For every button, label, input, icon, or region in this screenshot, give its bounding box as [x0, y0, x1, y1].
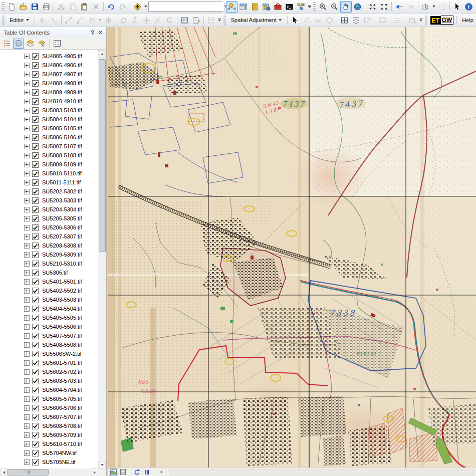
expand-toggle[interactable] — [24, 99, 30, 104]
identity-links-button[interactable] — [324, 15, 335, 26]
layer-name[interactable]: SU5606-5706.tif — [42, 405, 82, 411]
map-scale-combo[interactable] — [148, 2, 222, 12]
catalog-window-button[interactable] — [261, 1, 272, 13]
layer-name[interactable]: SU5407-5507.tif — [42, 333, 82, 339]
layer-visibility-checkbox[interactable] — [32, 279, 39, 285]
go-back-extent-button[interactable] — [393, 1, 405, 13]
select-features-button[interactable] — [420, 1, 431, 13]
expand-toggle[interactable] — [24, 414, 30, 420]
layer-name[interactable]: SU4805-4905.tif — [42, 53, 82, 59]
expand-toggle[interactable] — [24, 162, 30, 167]
layer-visibility-checkbox[interactable] — [32, 134, 39, 141]
move-tool-button[interactable] — [141, 15, 152, 26]
layer-name[interactable]: SU5607-5707.tif — [42, 414, 82, 420]
expand-toggle[interactable] — [24, 351, 30, 357]
expand-toggle[interactable] — [24, 216, 30, 221]
open-document-button[interactable] — [18, 1, 29, 13]
open-links-table-button[interactable]: + — [407, 15, 418, 26]
expand-toggle[interactable] — [24, 459, 30, 465]
layer-name[interactable]: SU5009-5109.tif — [42, 161, 82, 167]
expand-toggle[interactable] — [24, 198, 30, 203]
expand-toggle[interactable] — [24, 54, 30, 59]
layer-visibility-checkbox[interactable] — [32, 252, 39, 258]
help-menu-button[interactable]: Help — [458, 15, 476, 26]
layer-name[interactable]: SU5506SW-2.tif — [42, 351, 82, 357]
layer-name[interactable]: SU5011-5111.tif — [42, 179, 81, 185]
layer-name[interactable]: SU4810-4910.tif — [42, 98, 82, 104]
layer-visibility-checkbox[interactable] — [32, 170, 39, 177]
layer-name[interactable]: SU4809-4909.tif — [42, 89, 82, 95]
fixed-zoom-in-button[interactable] — [367, 1, 378, 13]
layer-visibility-checkbox[interactable] — [32, 324, 39, 330]
layer-visibility-checkbox[interactable] — [32, 315, 39, 321]
layer-visibility-checkbox[interactable] — [32, 98, 39, 105]
layer-visibility-checkbox[interactable] — [32, 306, 39, 312]
cut-polygons-button[interactable] — [152, 15, 164, 26]
layer-visibility-checkbox[interactable] — [32, 125, 39, 132]
layer-name[interactable]: SU5006-5106.tif — [42, 134, 82, 140]
expand-toggle[interactable] — [24, 207, 30, 212]
pause-drawing-button[interactable] — [142, 468, 151, 476]
go-forward-extent-button[interactable] — [405, 1, 416, 13]
expand-toggle[interactable] — [24, 342, 30, 348]
expand-toggle[interactable] — [24, 315, 30, 321]
layer-visibility-checkbox[interactable] — [32, 414, 39, 420]
identify-button[interactable] — [463, 1, 474, 13]
add-data-dropdown-caret[interactable] — [144, 6, 147, 8]
layer-name[interactable]: SU5203-5303.tif — [42, 197, 82, 203]
layer-visibility-checkbox[interactable] — [32, 342, 39, 348]
adjustment-preview-button[interactable] — [377, 15, 388, 26]
expand-toggle[interactable] — [24, 180, 30, 185]
edit-tool-button[interactable] — [37, 15, 48, 26]
layer-visibility-checkbox[interactable] — [32, 243, 39, 249]
cut-button[interactable] — [56, 1, 67, 13]
point-tool-button[interactable] — [103, 15, 114, 26]
redo-button[interactable] — [117, 1, 128, 13]
trace-tool-button[interactable] — [86, 15, 98, 26]
map-scroll-left-button[interactable] — [156, 468, 166, 476]
layer-name[interactable]: SU5601-5701.tif — [42, 360, 82, 366]
layer-name[interactable]: SU5202-5302.tif — [42, 188, 82, 194]
layer-visibility-checkbox[interactable] — [32, 450, 39, 456]
layer-name[interactable]: SU5609-5709.tif — [42, 432, 82, 438]
layer-name[interactable]: SU5010-5110.tif — [42, 170, 82, 176]
toolbar-grip[interactable] — [2, 2, 5, 11]
layer-visibility-checkbox[interactable] — [32, 53, 39, 60]
toolbar-options-overflow[interactable] — [307, 1, 312, 12]
expand-toggle[interactable] — [24, 450, 30, 456]
expand-toggle[interactable] — [24, 297, 30, 303]
expand-toggle[interactable] — [24, 108, 30, 113]
sa-delete-links-button[interactable] — [362, 15, 373, 26]
expand-toggle[interactable] — [24, 252, 30, 258]
layer-visibility-checkbox[interactable] — [32, 224, 39, 231]
attributes-button[interactable] — [179, 15, 190, 26]
layer-visibility-checkbox[interactable] — [32, 387, 39, 393]
layer-name[interactable]: SU5007-5107.tif — [42, 143, 82, 149]
layer-visibility-checkbox[interactable] — [32, 179, 39, 186]
layer-name[interactable]: SU5008-5108.tif — [42, 152, 82, 158]
straight-segment-tool-button[interactable] — [63, 15, 75, 26]
undo-button[interactable] — [105, 1, 117, 13]
layer-visibility-checkbox[interactable] — [32, 396, 39, 402]
sketch-properties-button[interactable] — [190, 15, 202, 26]
expand-toggle[interactable] — [24, 369, 30, 375]
layer-visibility-checkbox[interactable] — [32, 116, 39, 123]
select-elements-button[interactable] — [451, 1, 463, 13]
expand-toggle[interactable] — [24, 432, 30, 438]
layer-name[interactable]: SU5404-5504.tif — [42, 306, 82, 312]
copy-button[interactable] — [67, 1, 79, 13]
arctoolbox-button[interactable] — [272, 1, 284, 13]
layer-name[interactable]: SU5205-5305.tif — [42, 215, 82, 221]
list-by-drawing-order-button[interactable] — [2, 39, 13, 49]
layer-visibility-checkbox[interactable] — [32, 152, 39, 159]
expand-toggle[interactable] — [24, 117, 30, 122]
layer-name[interactable]: SU5204-5304.tif — [42, 206, 82, 212]
delete-button[interactable] — [90, 1, 102, 13]
horizontal-scroll-thumb[interactable] — [8, 469, 49, 475]
table-of-contents-button[interactable] — [237, 1, 249, 13]
layer-visibility-checkbox[interactable] — [32, 369, 39, 375]
layer-name[interactable]: SU5705NE.tif — [42, 459, 76, 465]
expand-toggle[interactable] — [24, 405, 30, 411]
add-data-button[interactable] — [132, 1, 143, 13]
layer-name[interactable]: SU5003-5103.tif — [42, 107, 82, 113]
